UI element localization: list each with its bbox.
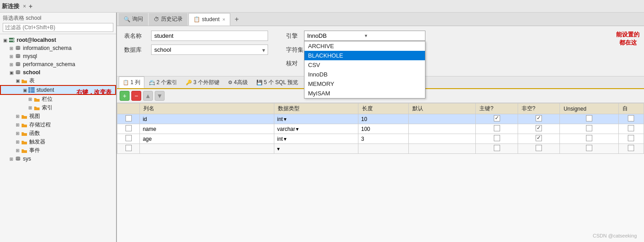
tree-item-events[interactable]: ⊞事件	[0, 146, 116, 155]
engine-option-myisam[interactable]: MyISAM	[304, 89, 425, 98]
engine-field[interactable]: InnoDB ▾	[304, 31, 425, 41]
sub-tab-sql[interactable]: 💾 5 个 SQL 预览	[252, 76, 302, 88]
move-down-button[interactable]: ▼	[155, 91, 165, 101]
col-notnull-1[interactable]	[518, 124, 559, 134]
col-name-2[interactable]	[140, 134, 274, 144]
sub-tab-indexes[interactable]: 📇 2 个索引	[145, 76, 181, 88]
row-checkbox-0[interactable]	[117, 114, 140, 124]
sub-tab-fkeys[interactable]: 🔑 3 个外部键	[182, 76, 224, 88]
col-default-1[interactable]	[409, 124, 476, 134]
col-length-0[interactable]: 10	[358, 114, 408, 124]
window-add-button[interactable]: +	[29, 3, 32, 10]
col-auto-1[interactable]	[618, 124, 644, 134]
expand-icon-views[interactable]: ⊞	[14, 114, 21, 119]
col-notnull-3[interactable]	[518, 144, 559, 154]
table-name-input[interactable]	[151, 31, 268, 41]
type-dropdown-arrow-icon[interactable]: ▾	[284, 136, 286, 142]
tree-item-root[interactable]: ▣root@localhost	[0, 36, 116, 44]
col-pk-3[interactable]	[476, 144, 518, 154]
tree-item-perf_schema[interactable]: ⊞performance_schema	[0, 60, 116, 68]
expand-icon-functions[interactable]: ⊞	[14, 131, 21, 136]
empty-type-dropdown-arrow-icon[interactable]: ▾	[277, 146, 280, 152]
col-length-3[interactable]	[358, 144, 408, 154]
tab-add-button[interactable]: +	[231, 15, 242, 23]
col-name-input[interactable]	[143, 136, 271, 142]
tree-item-triggers[interactable]: ⊞触发器	[0, 138, 116, 146]
col-type-1[interactable]: varchar▾	[274, 124, 358, 134]
col-pk-1[interactable]	[476, 124, 518, 134]
expand-icon-columns[interactable]: ⊞	[27, 97, 33, 102]
expand-icon-indexes[interactable]: ⊞	[27, 105, 33, 110]
col-pk-2[interactable]	[476, 134, 518, 144]
tree-item-school[interactable]: ▣school	[0, 68, 116, 76]
col-unsigned-3[interactable]	[560, 144, 619, 154]
engine-option-csv[interactable]: CSV	[304, 60, 425, 70]
row-checkbox-3[interactable]	[117, 144, 140, 154]
tab-student-close[interactable]: ×	[222, 17, 225, 22]
col-type-3[interactable]: ▾	[274, 144, 358, 154]
col-type-2[interactable]: int▾	[274, 134, 358, 144]
col-unsigned-0[interactable]	[560, 114, 619, 124]
remove-column-button[interactable]: −	[131, 91, 141, 101]
filter-input[interactable]	[3, 23, 113, 32]
engine-option-blackhole[interactable]: BLACKHOLE	[304, 51, 425, 60]
expand-icon-events[interactable]: ⊞	[14, 148, 21, 153]
col-type-0[interactable]: int▾	[274, 114, 358, 124]
col-unsigned-2[interactable]	[560, 134, 619, 144]
tree-item-columns[interactable]: ⊞栏位	[0, 95, 116, 103]
col-notnull-0[interactable]	[518, 114, 559, 124]
engine-dropdown[interactable]: InnoDB ▾ ARCHIVE BLACKHOLE CSV InnoDB ME…	[304, 31, 425, 41]
tree-item-views[interactable]: ⊞视图	[0, 112, 116, 121]
db-input[interactable]	[151, 45, 268, 55]
tab-student[interactable]: 📋 student ×	[188, 13, 230, 26]
tree-item-functions[interactable]: ⊞函数	[0, 129, 116, 138]
expand-icon-sys[interactable]: ⊞	[8, 157, 14, 161]
tree-item-student[interactable]: ▣student	[0, 85, 116, 95]
type-dropdown-arrow-icon[interactable]: ▾	[296, 126, 299, 132]
expand-icon-triggers[interactable]: ⊞	[14, 139, 21, 144]
engine-option-innodb[interactable]: InnoDB	[304, 70, 425, 79]
tree-item-info_schema[interactable]: ⊞information_schema	[0, 44, 116, 52]
tab-history[interactable]: ⏱ 历史记录	[149, 13, 188, 26]
window-close-button[interactable]: ×	[23, 3, 26, 9]
expand-icon-school[interactable]: ▣	[8, 70, 14, 75]
col-notnull-2[interactable]	[518, 134, 559, 144]
col-length-1[interactable]: 100	[358, 124, 408, 134]
add-column-button[interactable]: +	[120, 91, 130, 101]
tree-item-mysql[interactable]: ⊞mysql	[0, 52, 116, 60]
col-default-2[interactable]	[409, 134, 476, 144]
col-name-1[interactable]	[140, 124, 274, 134]
tree-item-tables_folder[interactable]: ▣表	[0, 76, 116, 85]
tree-item-sys[interactable]: ⊞sys	[0, 155, 116, 163]
expand-icon-mysql[interactable]: ⊞	[8, 54, 14, 59]
row-checkbox-2[interactable]	[117, 134, 140, 144]
engine-option-memory[interactable]: MEMORY	[304, 79, 425, 89]
move-up-button[interactable]: ▲	[143, 91, 153, 101]
col-auto-0[interactable]	[618, 114, 644, 124]
expand-icon-root[interactable]: ▣	[2, 38, 8, 43]
col-auto-3[interactable]	[618, 144, 644, 154]
col-unsigned-1[interactable]	[560, 124, 619, 134]
col-length-2[interactable]: 3	[358, 134, 408, 144]
sub-tab-columns[interactable]: 📋 1 列	[119, 76, 144, 88]
col-auto-2[interactable]	[618, 134, 644, 144]
expand-icon-procedures[interactable]: ⊞	[14, 122, 21, 127]
col-name-0[interactable]	[140, 114, 274, 124]
col-name-3[interactable]	[140, 144, 274, 154]
row-checkbox-1[interactable]	[117, 124, 140, 134]
tree-item-procedures[interactable]: ⊞存储过程	[0, 121, 116, 129]
expand-icon-tables_folder[interactable]: ▣	[14, 78, 21, 83]
engine-option-archive[interactable]: ARCHIVE	[304, 41, 425, 51]
tab-query[interactable]: 🔍 询问	[119, 13, 148, 26]
expand-icon-perf_schema[interactable]: ⊞	[8, 62, 14, 67]
col-name-input[interactable]	[143, 116, 271, 122]
col-default-3[interactable]	[409, 144, 476, 154]
col-pk-0[interactable]	[476, 114, 518, 124]
expand-icon-student[interactable]: ▣	[22, 88, 28, 93]
type-dropdown-arrow-icon[interactable]: ▾	[284, 116, 286, 122]
expand-icon-info_schema[interactable]: ⊞	[8, 46, 14, 51]
tree-item-indexes[interactable]: ⊞索引	[0, 103, 116, 112]
col-default-0[interactable]	[409, 114, 476, 124]
sub-tab-advanced[interactable]: ⚙ 4高级	[224, 76, 252, 88]
col-name-input[interactable]	[143, 126, 271, 132]
